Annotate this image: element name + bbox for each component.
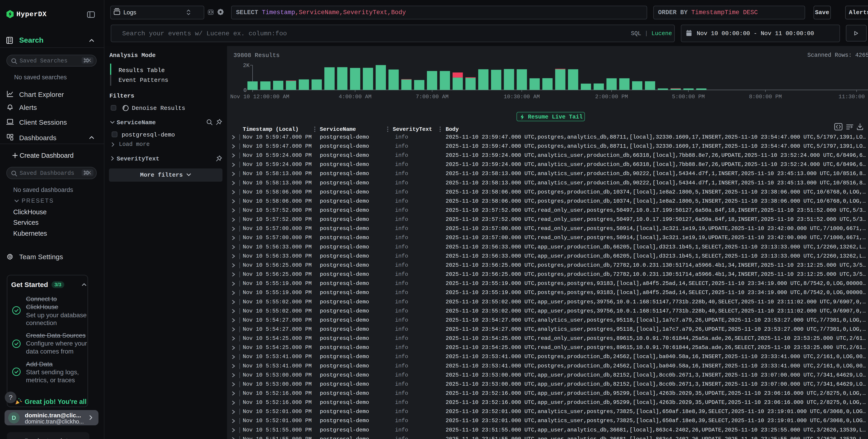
svg-text:7:00:00 AM: 7:00:00 AM <box>416 94 448 100</box>
svg-text:4:00:00 AM: 4:00:00 AM <box>339 94 372 100</box>
svg-text:2K: 2K <box>243 62 250 69</box>
svg-text:0: 0 <box>243 87 247 93</box>
svg-text:11:30:00 PM: 11:30:00 PM <box>839 94 868 100</box>
svg-text:Nov 10 12:00:00 AM: Nov 10 12:00:00 AM <box>230 94 289 100</box>
svg-text:5:00:00 PM: 5:00:00 PM <box>672 94 705 100</box>
svg-text:8:00:00 PM: 8:00:00 PM <box>749 94 782 100</box>
svg-text:10:30:00 AM: 10:30:00 AM <box>504 94 540 100</box>
svg-text:2:00:00 PM: 2:00:00 PM <box>595 94 628 100</box>
